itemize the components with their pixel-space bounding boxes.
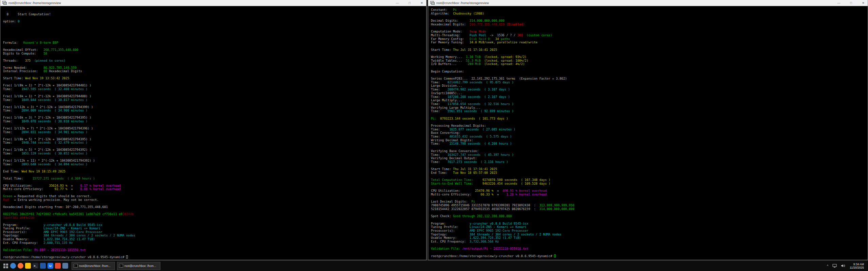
terminal-line <box>3 173 426 177</box>
minimize-button[interactable]: — <box>836 0 841 6</box>
right-window-titlebar[interactable]: root@crunchbox: /home/storagereview — □ … <box>428 0 868 6</box>
terminal-line <box>3 252 426 255</box>
taskbar-window-button[interactable]: >_root@crunchbox: /hom... <box>117 262 160 270</box>
files-icon[interactable] <box>25 263 31 269</box>
task-button-label: root@crunchbox: /hom... <box>79 264 111 268</box>
terminal-line: Far Memory Config: Disk Raid 0: 34 paths <box>431 37 868 41</box>
right-terminal-output[interactable]: Constant: PiAlgorithm: Chudnovsky (1988)… <box>428 6 868 260</box>
terminal-line: Frac( 1/(8k + 5) * 2^(-12k + 10430854217… <box>3 138 426 141</box>
terminal-icon: >_ <box>74 264 78 268</box>
terminal-line <box>3 62 426 66</box>
terminal-line: Tuning Profile: Linux/24-ZN5 - Komari =>… <box>431 225 868 229</box>
terminal-line: Hexadecimal Digits starting from: 16^-26… <box>3 205 426 209</box>
terminal-line: End Time: Tue Nov 18 05:57:08 2025 <box>431 171 868 175</box>
terminal-line <box>431 146 868 149</box>
terminal-line: Total Time: 15727.271 seconds ( 4.369 ho… <box>3 177 426 181</box>
left-window-title: root@crunchbox: /home/storagereview <box>8 1 61 5</box>
terminal-line: Est. CPU Frequency: 3,732,360,564 Hz <box>431 240 868 244</box>
terminal-line <box>431 244 868 247</box>
terminal-line: Time: 1947.595 seconds ( 32.460 minutes … <box>3 87 426 91</box>
terminal-line <box>431 196 868 200</box>
terminal-line <box>3 37 426 41</box>
editor-icon[interactable] <box>40 263 46 269</box>
terminal-line: Multi-Threading: Push Pool -> 1536 / ? /… <box>431 34 868 37</box>
terminal-line: Formula: Huvent's 8-term BBP <box>3 41 426 45</box>
terminal-line <box>3 166 426 170</box>
minimize-button[interactable]: — <box>395 0 400 6</box>
terminal-line: Spot Check: Good through 202,112,390,000… <box>431 214 868 218</box>
terminal-line <box>431 211 868 215</box>
terminal-line: Time: 15148.798 seconds ( 4.208 hours ) <box>431 142 868 146</box>
terminal-line: Terms Needed: 86,923,785,149,559 <box>3 66 426 70</box>
start-menu-icon[interactable] <box>3 263 8 269</box>
terminal-line: option: 0 <box>3 20 426 23</box>
firefox-icon[interactable] <box>18 263 23 269</box>
close-button[interactable]: ✕ <box>419 0 424 6</box>
terminal-line <box>431 175 868 179</box>
display-tray-icon[interactable] <box>832 264 837 268</box>
terminal-line: root@crunchbox:/home/storagereview/y-cru… <box>3 255 426 259</box>
taskbar: >_U >_root@crunchbox: /hom...>_root@crun… <box>0 260 868 271</box>
terminal-line: Verifying Large Multiply... <box>431 106 868 110</box>
terminal-line: 5de9f381 4989e236 <box>3 216 426 220</box>
terminal-line: Series CommonP2B3... 22,141,292,175,361 … <box>431 77 868 81</box>
tray-expand-icon[interactable]: ^ <box>827 264 828 268</box>
taskbar-task-buttons: >_root@crunchbox: /hom...>_root@crunchbo… <box>72 262 160 270</box>
terminal-line: Time: 1625.077 seconds ( 27.085 minutes … <box>431 128 868 131</box>
terminal-line: Time: 163427.747 seconds ( 45.397 hours … <box>431 153 868 157</box>
terminal-line <box>3 209 426 213</box>
terminal-icon[interactable]: >_ <box>33 263 38 269</box>
terminal-line: Large Multiply... <box>431 99 868 102</box>
left-terminal-output[interactable]: 0 Start Computation! option: 0 Formula: … <box>0 6 426 260</box>
terminal-line: 602275d1 38b25f61 7d2f2882 cfb9cafc ba54… <box>3 212 426 216</box>
maximize-button[interactable]: □ <box>849 0 853 6</box>
terminal-line: Twiddle Tables... 51.3 MiB (locked, spre… <box>431 59 868 63</box>
terminal-line: Time: 1849.044 seconds ( 30.817 minutes … <box>3 98 426 102</box>
terminal-line: Frac( 1/(8k + 1) * 2^(-12k + 10430854217… <box>3 84 426 87</box>
terminal-line: Frac( 1/(12k + 11) * 2^(-12k + 104308542… <box>3 159 426 163</box>
flame-icon[interactable] <box>55 263 61 269</box>
left-terminal-window: root@crunchbox: /home/storagereview — □ … <box>0 0 427 260</box>
terminal-line <box>431 51 868 55</box>
terminal-line: Green = Requested digits that should be … <box>3 194 426 198</box>
terminal-line: Start Time: Wed Nov 19 13:53:42 2025 <box>3 77 426 80</box>
terminal-line <box>3 191 426 195</box>
terminal-line <box>3 91 426 95</box>
taskbar-window-button[interactable]: >_root@crunchbox: /hom... <box>72 262 115 270</box>
maximize-button[interactable]: □ <box>407 0 412 6</box>
app-u-icon[interactable]: U <box>47 263 53 269</box>
terminal-line: Red = Extra working precision. May not b… <box>3 198 426 202</box>
terminal-line: Start Time: Thu Jul 31 17:16:41 2025 <box>431 167 868 171</box>
terminal-line: Last Decimal Digits: Pi <box>431 200 868 204</box>
terminal-line <box>3 73 426 77</box>
terminal-line: Processor(s): AMD EPYC 9965 192-Core Pro… <box>431 229 868 233</box>
volume-icon[interactable] <box>841 264 846 268</box>
terminal-line: Start-to-End Wall Time: 9463226.454 seco… <box>431 182 868 186</box>
putty-icon <box>430 1 435 5</box>
browser-icon[interactable] <box>10 263 16 269</box>
terminal-line <box>3 134 426 138</box>
terminal-line <box>431 186 868 189</box>
clock-time: 9:34 AM <box>850 263 864 266</box>
terminal-line: Start Time: Thu Jul 31 17:16:41 2025 <box>431 48 868 52</box>
terminal-line: Large Division... <box>431 84 868 88</box>
terminal-line: Time: 187206.260 seconds ( 2.167 days ) <box>431 95 868 99</box>
terminal-line: Time: 2093.648 seconds ( 34.894 minutes … <box>3 163 426 166</box>
left-window-titlebar[interactable]: root@crunchbox: /home/storagereview — □ … <box>0 0 426 6</box>
terminal-line <box>3 44 426 48</box>
taskbar-clock[interactable]: 9:34 AM 11/20/2025 <box>850 263 865 269</box>
terminal-line: Constant: Pi <box>431 8 868 12</box>
terminal-line: Frac( 1/(12k + 3) * 2^(-12k + 1043085421… <box>3 105 426 109</box>
terminal-line <box>431 15 868 19</box>
right-window-title: root@crunchbox: /home/storagereview <box>436 1 489 5</box>
terminal-line <box>3 27 426 30</box>
close-button[interactable]: ✕ <box>861 0 866 6</box>
terminal-line: Pi: 8793223.144 seconds ( 101.773 days ) <box>431 117 868 121</box>
terminal-line <box>3 202 426 206</box>
terminal-line: Multi-core Efficiency: 66.33 % + 1.20 % … <box>431 193 868 196</box>
terminal-line: Far Memory Tuning: 34.0 MiB/seek, parall… <box>431 41 868 44</box>
terminal-line: Topology: 384 threads / 384 cores / 2 so… <box>3 234 426 237</box>
terminal-line: Time: 1948.744 seconds ( 32.479 minutes … <box>3 141 426 145</box>
terminal-line: Time: 117058.654 seconds ( 32.516 hours … <box>431 102 868 106</box>
settings-icon[interactable] <box>62 263 68 269</box>
